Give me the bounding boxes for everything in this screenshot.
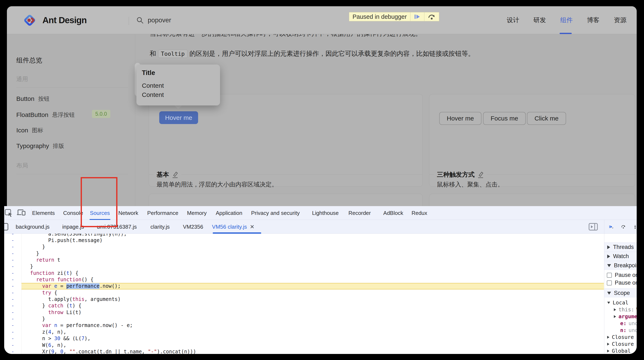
code-line[interactable]: - return function() {: [4, 276, 604, 283]
gutter-line-marker[interactable]: -: [4, 329, 21, 335]
section-threads[interactable]: Threads: [604, 242, 637, 252]
section-watch[interactable]: Watch: [604, 252, 637, 261]
gutter-line-marker[interactable]: -: [4, 257, 21, 263]
checkbox[interactable]: [607, 281, 612, 286]
code-line[interactable]: - return t: [4, 257, 604, 263]
scope-row-closure[interactable]: Closure: [604, 341, 637, 348]
code-line[interactable]: - var e = performance.now();: [4, 283, 604, 289]
nav-item-1[interactable]: 设计: [507, 6, 519, 34]
code-line[interactable]: - Xr(9, 0, "".concat(t.dn || t.name, "-"…: [4, 348, 604, 354]
code-line[interactable]: - }: [4, 316, 604, 322]
code-line[interactable]: - } catch (t) {: [4, 303, 604, 309]
devtools-tab-adblock[interactable]: AdBlock: [383, 206, 403, 220]
nav-item-4[interactable]: 博客: [587, 6, 600, 34]
code-line[interactable]: - }: [4, 244, 604, 250]
scope-row-local[interactable]: Local: [604, 299, 637, 306]
intro-prefix: 和: [150, 49, 156, 58]
devtools-tab-memory[interactable]: Memory: [187, 206, 207, 220]
nav-item-3[interactable]: 组件: [560, 6, 573, 34]
gutter-line-marker[interactable]: -: [4, 296, 21, 302]
gutter-line-marker[interactable]: -: [4, 277, 21, 283]
code-line[interactable]: -}: [4, 263, 604, 270]
code-line[interactable]: - try {: [4, 289, 604, 296]
file-tab-6[interactable]: VM56 clarity.js✕: [212, 220, 254, 234]
search-value: popover: [148, 16, 171, 24]
sidebar-item-button[interactable]: Button按钮: [16, 95, 50, 102]
hover-me-button[interactable]: Hover me: [439, 112, 482, 125]
step-over-button[interactable]: [424, 12, 439, 21]
nav-item-5[interactable]: 资源: [614, 6, 626, 34]
gutter-line-marker[interactable]: -: [4, 323, 21, 328]
code-line[interactable]: - var n = performance.now() - e;: [4, 322, 604, 329]
code-line[interactable]: - t.apply(this, arguments): [4, 296, 604, 302]
inspect-icon[interactable]: [4, 209, 13, 217]
sidebar-item-floatbutton[interactable]: FloatButton悬浮按钮: [16, 111, 74, 119]
devtools-tab-recorder[interactable]: Recorder: [348, 206, 371, 220]
checkbox[interactable]: [607, 273, 612, 278]
section-breakpoints[interactable]: Breakpoints: [604, 261, 637, 270]
gutter-line-marker[interactable]: -: [4, 234, 21, 237]
gutter-line-marker[interactable]: -: [4, 349, 21, 354]
file-tab-1[interactable]: background.js: [16, 220, 50, 234]
scope-row-n[interactable]: n:undefined: [604, 327, 637, 334]
scope-row-closure[interactable]: Closure (: [604, 334, 637, 341]
gutter-line-marker[interactable]: -: [4, 251, 21, 256]
code-line[interactable]: - Pi.push(t.message): [4, 237, 604, 244]
gutter-line-marker[interactable]: -: [4, 283, 21, 289]
gutter-line-marker[interactable]: -: [4, 264, 21, 269]
nav-item-2[interactable]: 研发: [534, 6, 546, 34]
code-line[interactable]: - n > 30 && (L(7),: [4, 335, 604, 342]
step-into-icon[interactable]: [634, 223, 637, 231]
focus-me-button[interactable]: Focus me: [483, 112, 526, 125]
scope-section-header[interactable]: Scope: [604, 288, 637, 298]
devtools-tab-performance[interactable]: Performance: [147, 206, 178, 220]
navigator-toggle-icon[interactable]: [4, 223, 9, 231]
edit-icon[interactable]: [478, 171, 484, 178]
code-line[interactable]: - a.send(JSON.stringify(n)),: [4, 234, 604, 237]
devtools-tab-lighthouse[interactable]: Lighthouse: [312, 206, 338, 220]
sidebar-item-icon[interactable]: Icon图标: [16, 127, 43, 134]
close-icon[interactable]: ✕: [250, 224, 254, 230]
toggle-panel-icon[interactable]: [588, 223, 598, 231]
code-line[interactable]: - throw Li(t): [4, 309, 604, 316]
resume-script-icon[interactable]: [609, 223, 613, 231]
devtools-tab-console[interactable]: Console: [63, 206, 83, 220]
gutter-line-marker[interactable]: -: [4, 244, 21, 250]
toolbar-separator: [31, 209, 32, 217]
code-line-text: Pi.push(t.message): [21, 237, 604, 244]
gutter-line-marker[interactable]: -: [4, 270, 21, 276]
scope-row-this[interactable]: this:W: [604, 306, 637, 313]
gutter-line-marker[interactable]: -: [4, 290, 21, 296]
scope-row-arguments[interactable]: arguments: [604, 313, 637, 320]
gutter-line-marker[interactable]: -: [4, 342, 21, 348]
devtools-tab-privacy-and-security[interactable]: Privacy and security: [251, 206, 300, 220]
code-line[interactable]: - W(6, n),: [4, 342, 604, 348]
scope-row-e[interactable]: e:undefined: [604, 320, 637, 327]
step-over-icon[interactable]: [621, 223, 626, 231]
resume-script-button[interactable]: [410, 12, 424, 21]
edit-icon[interactable]: [172, 171, 178, 178]
source-editor[interactable]: - a.send(JSON.stringify(n)),- Pi.push(t.…: [4, 234, 604, 354]
sidebar-item-overview[interactable]: 组件总览: [16, 56, 42, 65]
gutter-line-marker[interactable]: -: [4, 303, 21, 309]
file-tab-4[interactable]: clarity.js: [150, 220, 170, 234]
ant-design-logo[interactable]: Ant Design: [23, 13, 87, 27]
scope-row-global[interactable]: Global: [604, 348, 637, 354]
devtools-tab-elements[interactable]: Elements: [32, 206, 55, 220]
devtools-tab-redux[interactable]: Redux: [412, 206, 427, 220]
devtools-tab-network[interactable]: Network: [118, 206, 138, 220]
sidebar-item-typography[interactable]: Typography排版: [16, 142, 64, 150]
click-me-button[interactable]: Click me: [527, 112, 566, 125]
search-input[interactable]: popover: [136, 6, 171, 34]
gutter-line-marker[interactable]: -: [4, 316, 21, 322]
devtools-tab-application[interactable]: Application: [216, 206, 242, 220]
gutter-line-marker[interactable]: -: [4, 336, 21, 342]
code-line[interactable]: -function zi(t) {: [4, 270, 604, 276]
code-line[interactable]: - }: [4, 250, 604, 257]
device-toolbar-icon[interactable]: [17, 209, 26, 217]
file-tab-5[interactable]: VM2356: [183, 220, 203, 234]
hover-me-primary-button[interactable]: Hover me: [159, 111, 198, 124]
gutter-line-marker[interactable]: -: [4, 237, 21, 243]
gutter-line-marker[interactable]: -: [4, 310, 21, 315]
code-line[interactable]: - z(4, n),: [4, 329, 604, 335]
